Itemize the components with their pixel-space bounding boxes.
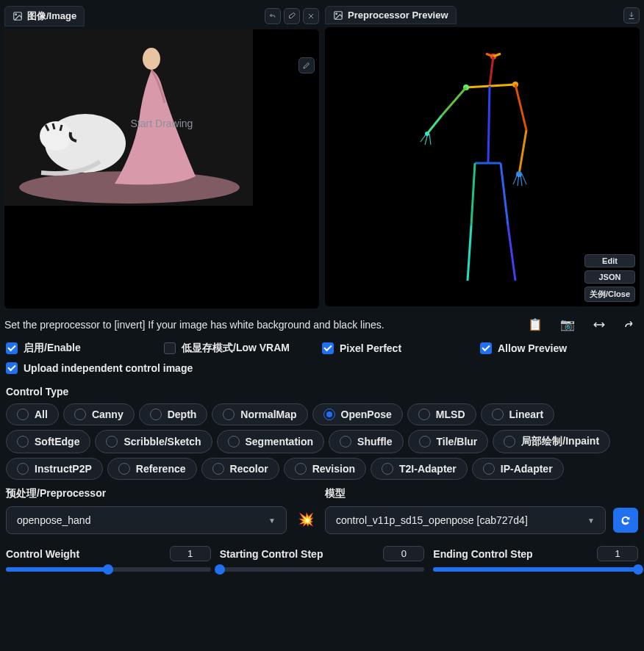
chevron-down-icon: ▼	[268, 517, 276, 525]
allowpreview-checkbox[interactable]: Allow Preview	[480, 342, 638, 355]
svg-line-17	[427, 115, 442, 134]
image-tab-label: 图像/Image	[27, 10, 76, 23]
svg-line-13	[466, 84, 515, 87]
control-type-openpose[interactable]: OpenPose	[312, 403, 403, 425]
svg-line-32	[421, 134, 426, 142]
preprocessor-dropdown[interactable]: openpose_hand ▼	[6, 506, 287, 534]
control-type-normalmap[interactable]: NormalMap	[212, 403, 307, 425]
pixelperfect-checkbox[interactable]: Pixel Perfect	[322, 342, 480, 355]
control-type-recolor[interactable]: Recolor	[201, 458, 279, 480]
control-type-segmentation[interactable]: Segmentation	[217, 430, 325, 453]
svg-point-1	[15, 14, 17, 15]
download-button[interactable]	[623, 7, 640, 24]
pose-skeleton	[372, 35, 593, 299]
start-step-value[interactable]: 0	[383, 546, 424, 561]
model-dropdown[interactable]: control_v11p_sd15_openpose [cab727d4] ▼	[325, 506, 606, 534]
start-step-slider[interactable]	[220, 567, 425, 572]
preview-tab-label: Preprocessor Preview	[348, 10, 448, 21]
pencil-button[interactable]	[298, 57, 315, 73]
svg-point-6	[143, 48, 160, 70]
start-step-label: Starting Control Step	[220, 548, 323, 560]
control-type-revision[interactable]: Revision	[284, 458, 366, 480]
svg-line-20	[519, 130, 526, 174]
svg-line-16	[442, 87, 466, 115]
image-tab[interactable]: 图像/Image	[4, 6, 85, 26]
svg-point-5	[40, 121, 72, 151]
preprocessor-label: 预处理/Preprocessor	[6, 487, 287, 500]
control-type-depth[interactable]: Depth	[139, 403, 208, 425]
end-step-value[interactable]: 1	[597, 546, 638, 561]
svg-line-19	[515, 84, 526, 130]
control-type-softedge[interactable]: SoftEdge	[6, 430, 90, 453]
preview-tab[interactable]: Preprocessor Preview	[325, 6, 457, 24]
svg-line-28	[513, 174, 518, 184]
bomb-button[interactable]: 💥	[294, 505, 318, 534]
end-step-slider[interactable]	[433, 567, 638, 572]
lowvram-checkbox[interactable]: 低显存模式/Low VRAM	[164, 342, 322, 355]
svg-line-25	[468, 226, 471, 281]
control-weight-slider[interactable]	[6, 567, 211, 572]
close-panel-button[interactable]: 关例/Close	[584, 287, 635, 302]
control-type-scribble-sketch[interactable]: Scribble/Sketch	[95, 430, 212, 453]
undo-button[interactable]	[265, 8, 281, 24]
source-image	[4, 29, 253, 206]
hint-text: Set the preprocessor to [invert] If your…	[4, 319, 384, 331]
camera-icon[interactable]: 📷	[560, 317, 575, 331]
control-type-instructp2p[interactable]: InstructP2P	[6, 458, 103, 480]
enable-checkbox[interactable]: 启用/Enable	[6, 342, 164, 355]
swap-icon[interactable]	[593, 318, 606, 331]
svg-line-24	[471, 163, 475, 226]
model-label: 模型	[325, 487, 606, 500]
control-type-mlsd[interactable]: MLSD	[407, 403, 476, 425]
svg-line-27	[508, 226, 515, 281]
control-type-t2i-adapter[interactable]: T2I-Adapter	[371, 458, 468, 480]
control-type-group: AllCannyDepthNormalMapOpenPoseMLSDLinear…	[0, 400, 644, 483]
control-type-canny[interactable]: Canny	[63, 403, 135, 425]
pin-icon[interactable]: 📋	[528, 317, 543, 331]
control-type-reference[interactable]: Reference	[107, 458, 197, 480]
control-type-ip-adapter[interactable]: IP-Adapter	[472, 458, 564, 480]
svg-point-8	[336, 12, 337, 14]
source-image-area[interactable]: Start Drawing	[4, 29, 319, 309]
close-button[interactable]	[303, 8, 319, 24]
refresh-button[interactable]	[613, 508, 638, 533]
control-type-shuffle[interactable]: Shuffle	[329, 430, 403, 453]
svg-line-26	[501, 163, 508, 226]
json-button[interactable]: JSON	[584, 270, 635, 284]
control-type-tile-blur[interactable]: Tile/Blur	[408, 430, 489, 453]
svg-line-12	[490, 57, 493, 86]
control-type--inpaint[interactable]: 局部绘制/Inpaint	[493, 430, 610, 453]
send-icon[interactable]	[623, 318, 637, 331]
svg-line-31	[522, 174, 526, 184]
svg-line-22	[488, 86, 490, 163]
chevron-down-icon: ▼	[587, 517, 595, 525]
end-step-label: Ending Control Step	[433, 548, 532, 560]
control-weight-label: Control Weight	[6, 548, 79, 560]
control-type-label: Control Type	[0, 381, 644, 400]
draw-hint: Start Drawing	[131, 118, 193, 129]
control-type-all[interactable]: All	[6, 403, 59, 425]
svg-line-34	[429, 134, 431, 145]
control-type-lineart[interactable]: Lineart	[481, 403, 555, 425]
upload-independent-checkbox[interactable]: Upload independent control image	[6, 362, 193, 374]
edit-button[interactable]: Edit	[584, 254, 635, 267]
control-weight-value[interactable]: 1	[170, 546, 211, 561]
preview-image-area: Edit JSON 关例/Close	[325, 27, 640, 306]
erase-button[interactable]	[284, 8, 300, 24]
